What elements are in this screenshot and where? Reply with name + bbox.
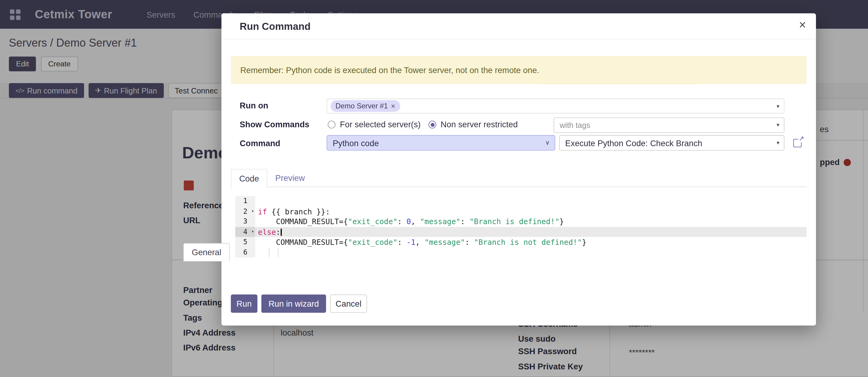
code-line-text[interactable] xyxy=(255,196,807,206)
editor-tabs: Code Preview xyxy=(231,169,807,187)
run-command-modal: Run Command × Remember: Python code is e… xyxy=(222,13,816,325)
code-line[interactable]: 5 COMMAND_RESULT={"exit_code": -1, "mess… xyxy=(235,237,807,247)
dropdown-caret-icon[interactable]: ▾ xyxy=(777,103,779,109)
line-number: 5 xyxy=(235,237,255,247)
dropdown-caret-icon: ▾ xyxy=(777,122,779,128)
radio-non-server-restricted[interactable] xyxy=(429,121,436,128)
fold-icon[interactable]: ▾ xyxy=(251,206,254,216)
tab-code[interactable]: Code xyxy=(231,169,267,188)
command-type-value: Python code xyxy=(333,138,379,148)
server-tag-label: Demo Server #1 xyxy=(335,102,388,110)
server-tag-pill[interactable]: Demo Server #1 × xyxy=(331,100,400,112)
show-commands-label: Show Commands xyxy=(240,120,310,129)
radio-non-server-restricted-label[interactable]: Non server restricted xyxy=(441,120,518,129)
line-number: 1 xyxy=(235,196,255,206)
run-on-field[interactable]: Demo Server #1 × ▾ xyxy=(327,99,784,114)
line-number: 6 xyxy=(235,247,255,258)
code-line-text[interactable]: │ │ xyxy=(255,247,807,258)
header-divider xyxy=(222,39,816,39)
line-number: 2▾ xyxy=(235,206,255,216)
remove-tag-icon[interactable]: × xyxy=(391,102,395,110)
dropdown-caret-icon: ▾ xyxy=(777,140,779,146)
run-button[interactable]: Run xyxy=(231,294,257,313)
tab-preview[interactable]: Preview xyxy=(271,169,309,187)
code-line[interactable]: 2▾if {{ branch }}: xyxy=(235,206,807,216)
command-label: Command xyxy=(240,138,280,148)
screen: Cetmix Tower Servers Commands Files Tool… xyxy=(0,0,868,377)
line-number: 4▾ xyxy=(235,227,255,237)
code-line-text[interactable]: COMMAND_RESULT={"exit_code": -1, "messag… xyxy=(255,237,807,247)
radio-selected-servers-label[interactable]: For selected server(s) xyxy=(340,120,421,129)
code-line[interactable]: 6 │ │ xyxy=(235,247,807,258)
command-value: Execute Python Code: Check Branch xyxy=(565,138,702,148)
code-line-text[interactable]: else: xyxy=(255,227,807,237)
command-type-select[interactable]: Python code ∨ xyxy=(327,135,555,151)
with-tags-placeholder: with tags xyxy=(560,121,590,129)
cancel-button[interactable]: Cancel xyxy=(330,294,367,313)
warning-alert: Remember: Python code is executed on the… xyxy=(231,56,807,84)
chevron-down-icon: ∨ xyxy=(546,139,550,146)
modal-title: Run Command xyxy=(240,21,311,33)
radio-selected-servers[interactable] xyxy=(328,121,335,128)
with-tags-select[interactable]: with tags ▾ xyxy=(554,117,784,133)
tab-general[interactable]: General xyxy=(183,243,230,261)
code-line[interactable]: 4▾else: xyxy=(235,227,807,237)
fold-icon[interactable]: ▾ xyxy=(251,227,254,237)
command-select[interactable]: Execute Python Code: Check Branch ▾ xyxy=(559,135,784,151)
line-number: 3 xyxy=(235,216,255,227)
close-icon[interactable]: × xyxy=(799,19,806,31)
text-cursor xyxy=(281,228,282,236)
code-editor[interactable]: 12▾if {{ branch }}:3 COMMAND_RESULT={"ex… xyxy=(235,196,807,258)
code-line-text[interactable]: if {{ branch }}: xyxy=(255,206,807,216)
code-line-text[interactable]: COMMAND_RESULT={"exit_code": 0, "message… xyxy=(255,216,807,227)
code-line[interactable]: 3 COMMAND_RESULT={"exit_code": 0, "messa… xyxy=(235,216,807,227)
external-link-icon[interactable] xyxy=(793,139,801,147)
run-in-wizard-button[interactable]: Run in wizard xyxy=(261,294,326,313)
code-line[interactable]: 1 xyxy=(235,196,807,206)
run-on-label: Run on xyxy=(240,101,269,110)
